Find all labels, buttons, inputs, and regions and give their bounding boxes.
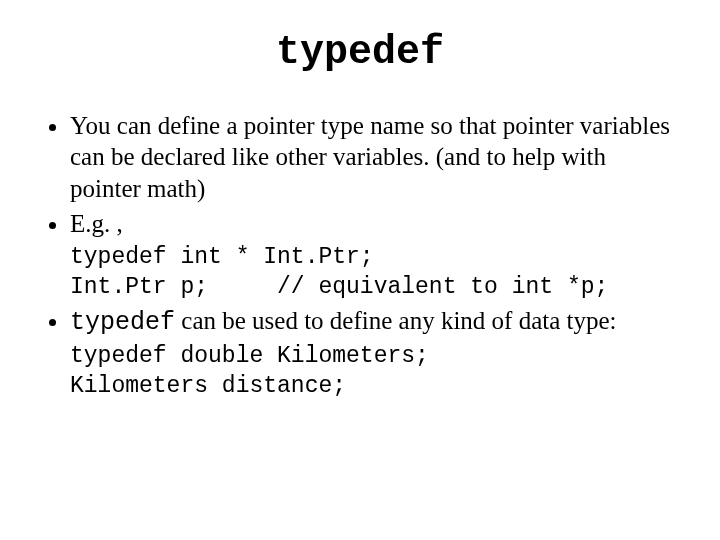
bullet-list: You can define a pointer type name so th… xyxy=(40,110,680,239)
code-block: typedef int * Int.Ptr; Int.Ptr p; // equ… xyxy=(70,243,680,303)
code-block: typedef double Kilometers; Kilometers di… xyxy=(70,342,680,402)
inline-code: typedef xyxy=(70,308,175,337)
slide: typedef You can define a pointer type na… xyxy=(0,0,720,540)
code-line: Kilometers distance; xyxy=(70,373,346,399)
bullet-list: typedef can be used to define any kind o… xyxy=(40,305,680,338)
code-line: Int.Ptr p; // equivalent to int *p; xyxy=(70,274,608,300)
bullet-item: typedef can be used to define any kind o… xyxy=(70,305,680,338)
bullet-text: can be used to define any kind of data t… xyxy=(175,307,617,334)
code-line: typedef int * Int.Ptr; xyxy=(70,244,374,270)
slide-title: typedef xyxy=(40,30,680,75)
code-line: typedef double Kilometers; xyxy=(70,343,429,369)
bullet-item: E.g. , xyxy=(70,208,680,239)
bullet-item: You can define a pointer type name so th… xyxy=(70,110,680,204)
